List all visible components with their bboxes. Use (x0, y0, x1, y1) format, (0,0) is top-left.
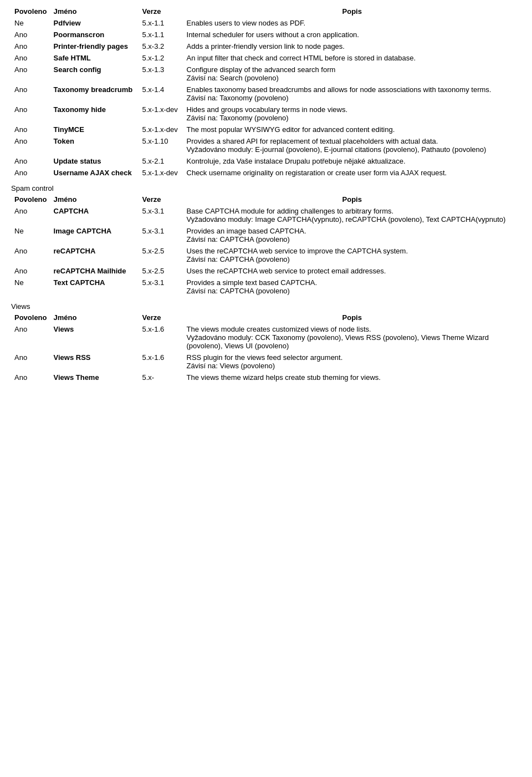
cell-jmeno-0-5: Taxonomy breadcrumb (50, 84, 139, 104)
cell-popis-1-1: Provides an image based CAPTCHA.Závisí n… (183, 225, 521, 245)
cell-verze-1-3: 5.x-2.5 (139, 265, 183, 277)
table-row: NeText CAPTCHA5.x-3.1Provides a simple t… (11, 277, 521, 297)
cell-popis-1-4: Provides a simple text based CAPTCHA.Záv… (183, 277, 521, 297)
cell-verze-0-6: 5.x-1.x-dev (139, 104, 183, 124)
table-row: AnoPrinter-friendly pages5.x-3.2Adds a p… (11, 40, 521, 52)
table-row: AnoTaxonomy breadcrumb5.x-1.4Enables tax… (11, 84, 521, 104)
section-label-2: Views (11, 299, 521, 312)
cell-verze-0-2: 5.x-3.2 (139, 40, 183, 52)
cell-povoleno-0-7: Ano (11, 124, 50, 135)
table-row: AnoTinyMCE5.x-1.x-devThe most popular WY… (11, 124, 521, 135)
cell-jmeno-0-9: Update status (50, 155, 139, 167)
cell-popis-0-10: Check username originality on registarat… (183, 167, 521, 179)
cell-popis-1-0: Base CAPTCHA module for adding challenge… (183, 205, 521, 225)
table-row: NeImage CAPTCHA5.x-3.1Provides an image … (11, 225, 521, 245)
cell-verze-0-8: 5.x-1.10 (139, 135, 183, 155)
col-header-1-0: Povoleno (11, 194, 50, 205)
cell-jmeno-0-0: Pdfview (50, 17, 139, 29)
cell-popis-0-7: The most popular WYSIWYG editor for adva… (183, 124, 521, 135)
cell-verze-0-4: 5.x-1.3 (139, 64, 183, 84)
cell-verze-0-1: 5.x-1.1 (139, 29, 183, 40)
cell-jmeno-0-3: Safe HTML (50, 52, 139, 64)
cell-jmeno-0-6: Taxonomy hide (50, 104, 139, 124)
table-row: AnoTaxonomy hide5.x-1.x-devHides and gro… (11, 104, 521, 124)
cell-verze-0-5: 5.x-1.4 (139, 84, 183, 104)
cell-jmeno-1-4: Text CAPTCHA (50, 277, 139, 297)
cell-popis-2-2: The views theme wizard helps create stub… (183, 372, 521, 383)
cell-verze-1-1: 5.x-3.1 (139, 225, 183, 245)
table-row: AnoreCAPTCHA5.x-2.5Uses the reCAPTCHA we… (11, 245, 521, 265)
table-row: AnoSafe HTML5.x-1.2An input filter that … (11, 52, 521, 64)
table-row: AnoViews Theme5.x-The views theme wizard… (11, 372, 521, 383)
cell-verze-2-1: 5.x-1.6 (139, 352, 183, 372)
cell-verze-2-0: 5.x-1.6 (139, 323, 183, 352)
cell-popis-0-9: Kontroluje, zda Vaše instalace Drupalu p… (183, 155, 521, 167)
cell-povoleno-1-4: Ne (11, 277, 50, 297)
cell-povoleno-2-0: Ano (11, 323, 50, 352)
cell-popis-0-2: Adds a printer-friendly version link to … (183, 40, 521, 52)
cell-jmeno-2-2: Views Theme (50, 372, 139, 383)
col-header-1-1: Jméno (50, 194, 139, 205)
cell-povoleno-1-1: Ne (11, 225, 50, 245)
col-header-0-0: Povoleno (11, 6, 50, 17)
cell-popis-0-8: Provides a shared API for replacement of… (183, 135, 521, 155)
cell-povoleno-0-3: Ano (11, 52, 50, 64)
cell-popis-0-4: Configure display of the advanced search… (183, 64, 521, 84)
module-table-1: PovolenoJménoVerzePopisAnoCAPTCHA5.x-3.1… (11, 194, 521, 297)
cell-povoleno-0-10: Ano (11, 167, 50, 179)
cell-jmeno-0-1: Poormanscron (50, 29, 139, 40)
table-row: AnoToken5.x-1.10Provides a shared API fo… (11, 135, 521, 155)
col-header-1-2: Verze (139, 194, 183, 205)
col-header-0-3: Popis (183, 6, 521, 17)
cell-jmeno-0-7: TinyMCE (50, 124, 139, 135)
col-header-2-0: Povoleno (11, 312, 50, 323)
cell-povoleno-0-8: Ano (11, 135, 50, 155)
cell-verze-0-0: 5.x-1.1 (139, 17, 183, 29)
cell-popis-0-1: Internal scheduler for users without a c… (183, 29, 521, 40)
table-row: AnoUsername AJAX check5.x-1.x-devCheck u… (11, 167, 521, 179)
cell-povoleno-0-9: Ano (11, 155, 50, 167)
cell-verze-0-10: 5.x-1.x-dev (139, 167, 183, 179)
cell-popis-2-0: The views module creates customized view… (183, 323, 521, 352)
cell-jmeno-0-8: Token (50, 135, 139, 155)
table-row: AnoSearch config5.x-1.3Configure display… (11, 64, 521, 84)
cell-jmeno-0-4: Search config (50, 64, 139, 84)
main-content: PovolenoJménoVerzePopisNePdfview5.x-1.1E… (11, 6, 521, 383)
cell-jmeno-1-0: CAPTCHA (50, 205, 139, 225)
cell-povoleno-1-2: Ano (11, 245, 50, 265)
section-label-1: Spam control (11, 181, 521, 194)
table-row: AnoViews5.x-1.6The views module creates … (11, 323, 521, 352)
cell-povoleno-2-1: Ano (11, 352, 50, 372)
table-row: NePdfview5.x-1.1Enables users to view no… (11, 17, 521, 29)
cell-popis-1-3: Uses the reCAPTCHA web service to protec… (183, 265, 521, 277)
cell-jmeno-1-2: reCAPTCHA (50, 245, 139, 265)
cell-povoleno-0-6: Ano (11, 104, 50, 124)
cell-popis-1-2: Uses the reCAPTCHA web service to improv… (183, 245, 521, 265)
cell-verze-1-4: 5.x-3.1 (139, 277, 183, 297)
cell-jmeno-0-10: Username AJAX check (50, 167, 139, 179)
cell-povoleno-0-2: Ano (11, 40, 50, 52)
cell-povoleno-0-5: Ano (11, 84, 50, 104)
cell-jmeno-2-1: Views RSS (50, 352, 139, 372)
cell-verze-0-7: 5.x-1.x-dev (139, 124, 183, 135)
cell-jmeno-2-0: Views (50, 323, 139, 352)
col-header-2-2: Verze (139, 312, 183, 323)
cell-jmeno-0-2: Printer-friendly pages (50, 40, 139, 52)
cell-povoleno-0-1: Ano (11, 29, 50, 40)
col-header-2-3: Popis (183, 312, 521, 323)
col-header-0-2: Verze (139, 6, 183, 17)
table-row: AnoViews RSS5.x-1.6RSS plugin for the vi… (11, 352, 521, 372)
table-row: AnoUpdate status5.x-2.1Kontroluje, zda V… (11, 155, 521, 167)
cell-verze-1-2: 5.x-2.5 (139, 245, 183, 265)
cell-verze-0-9: 5.x-2.1 (139, 155, 183, 167)
col-header-0-1: Jméno (50, 6, 139, 17)
cell-povoleno-1-0: Ano (11, 205, 50, 225)
cell-verze-2-2: 5.x- (139, 372, 183, 383)
cell-popis-0-3: An input filter that check and correct H… (183, 52, 521, 64)
cell-povoleno-0-4: Ano (11, 64, 50, 84)
cell-povoleno-0-0: Ne (11, 17, 50, 29)
col-header-1-3: Popis (183, 194, 521, 205)
cell-verze-1-0: 5.x-3.1 (139, 205, 183, 225)
module-table-0: PovolenoJménoVerzePopisNePdfview5.x-1.1E… (11, 6, 521, 179)
cell-popis-2-1: RSS plugin for the views feed selector a… (183, 352, 521, 372)
